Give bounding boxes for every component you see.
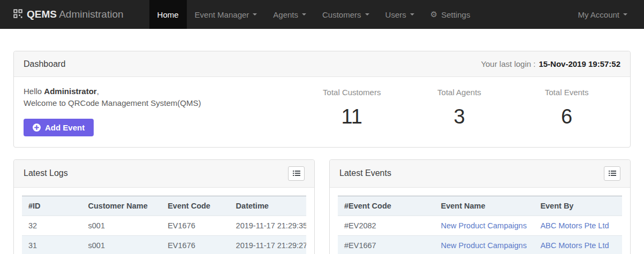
event-code-cell: EV1676 (161, 235, 229, 254)
brand-rest: Administration (57, 9, 124, 20)
plus-circle-icon (33, 124, 41, 132)
chevron-down-icon (623, 13, 627, 18)
nav-item-users[interactable]: Users (377, 0, 422, 29)
greeting-block: Hello Administrator, Welcome to QRCode M… (24, 86, 298, 136)
customer-name-cell: s001 (82, 215, 162, 235)
column-header-event-code: #Event Code (338, 196, 435, 215)
stat-total-customers: Total Customers 11 (298, 86, 406, 136)
event-by-link[interactable]: ABC Motors Pte Ltd (540, 221, 609, 230)
brand[interactable]: QEMS Administration (0, 0, 124, 29)
my-account-menu[interactable]: My Account (570, 0, 635, 29)
table-row: #EV1667 New Product Campaigns ABC Motors… (338, 235, 622, 254)
brand-bold: QEMS (27, 9, 57, 20)
latest-events-title: Latest Events (339, 168, 391, 178)
table-header-row: #ID Customer Name Event Code Datetime (22, 196, 306, 215)
stat-label: Total Agents (406, 88, 513, 97)
brand-name: QEMS Administration (27, 9, 124, 20)
chevron-down-icon (410, 13, 414, 18)
column-header-event-by: Event By (534, 196, 622, 215)
latest-logs-table: #ID Customer Name Event Code Datetime 32… (22, 196, 306, 254)
greeting-line: Hello Administrator, (24, 86, 298, 97)
greeting-suffix: , (97, 87, 99, 96)
nav-item-label: Home (157, 10, 179, 19)
latest-events-heading: Latest Events (330, 160, 630, 188)
last-login: Your last login : 15-Nov-2019 19:57:52 (481, 59, 620, 68)
table-header-row: #Event Code Event Name Event By (338, 196, 622, 215)
stats-row: Total Customers 11 Total Agents 3 Total … (298, 86, 620, 136)
dashboard-panel: Dashboard Your last login : 15-Nov-2019 … (13, 51, 631, 148)
table-row: 31 s001 EV1676 2019-11-17 21:29:27 (22, 235, 306, 254)
greeting-username: Administrator (44, 87, 96, 96)
nav-item-label: Event Manager (195, 10, 249, 19)
add-event-button[interactable]: Add Event (24, 119, 94, 136)
latest-logs-heading: Latest Logs (14, 160, 314, 188)
stat-value: 3 (406, 105, 513, 128)
page-title: Dashboard (24, 59, 65, 69)
list-icon (609, 170, 616, 176)
latest-logs-panel: Latest Logs #ID (13, 159, 315, 254)
chevron-down-icon (365, 13, 369, 18)
event-code-cell: #EV2082 (338, 215, 435, 235)
nav-item-event-manager[interactable]: Event Manager (187, 0, 266, 29)
column-header-customer-name: Customer Name (82, 196, 162, 215)
column-header-event-code: Event Code (161, 196, 229, 215)
stat-value: 11 (298, 105, 406, 128)
event-by-cell: ABC Motors Pte Ltd (534, 235, 622, 254)
nav-item-label: Agents (273, 10, 298, 19)
stat-value: 6 (513, 105, 620, 128)
customer-name-cell: s001 (82, 235, 162, 254)
list-icon (293, 170, 300, 176)
stat-total-agents: Total Agents 3 (406, 86, 513, 136)
table-row: 32 s001 EV1676 2019-11-17 21:29:35 (22, 215, 306, 235)
last-login-value: 15-Nov-2019 19:57:52 (539, 59, 620, 68)
last-login-label: Your last login : (481, 59, 535, 68)
column-header-datetime: Datetime (230, 196, 306, 215)
datetime-cell: 2019-11-17 21:29:35 (230, 215, 306, 235)
chevron-down-icon (302, 13, 306, 18)
nav-item-home[interactable]: Home (149, 0, 187, 29)
event-name-link[interactable]: New Product Campaigns (441, 241, 527, 250)
event-name-cell: New Product Campaigns (435, 235, 534, 254)
stat-total-events: Total Events 6 (513, 86, 620, 136)
log-id-cell: 31 (22, 235, 82, 254)
latest-logs-title: Latest Logs (24, 168, 68, 178)
add-event-label: Add Event (45, 123, 85, 132)
log-id-cell: 32 (22, 215, 82, 235)
nav-item-agents[interactable]: Agents (265, 0, 314, 29)
nav-item-label: Settings (441, 10, 470, 19)
logs-list-button[interactable] (288, 166, 305, 181)
event-code-cell: EV1676 (161, 215, 229, 235)
nav-item-label: Customers (322, 10, 361, 19)
latest-events-panel: Latest Events #Ev (329, 159, 631, 254)
event-name-cell: New Product Campaigns (435, 215, 534, 235)
nav-item-label: Users (385, 10, 406, 19)
chevron-down-icon (253, 13, 257, 18)
stat-label: Total Customers (298, 88, 406, 97)
welcome-line: Welcome to QRCode Management System(QMS) (24, 97, 298, 109)
top-navbar: QEMS Administration Home Event Manager A… (0, 0, 644, 29)
stat-label: Total Events (513, 88, 620, 97)
event-name-link[interactable]: New Product Campaigns (441, 221, 527, 230)
latest-events-table: #Event Code Event Name Event By #EV2082 … (338, 196, 622, 254)
nav-menu: Home Event Manager Agents Customers User… (149, 0, 479, 29)
greeting-prefix: Hello (24, 87, 42, 96)
events-list-button[interactable] (604, 166, 620, 181)
event-by-link[interactable]: ABC Motors Pte Ltd (540, 241, 609, 250)
column-header-event-name: Event Name (435, 196, 534, 215)
datetime-cell: 2019-11-17 21:29:27 (230, 235, 306, 254)
my-account-label: My Account (578, 10, 619, 19)
table-row: #EV2082 New Product Campaigns ABC Motors… (338, 215, 622, 235)
gear-icon: ⚙ (430, 11, 437, 19)
column-header-id: #ID (22, 196, 82, 215)
dashboard-panel-heading: Dashboard Your last login : 15-Nov-2019 … (14, 51, 630, 77)
event-by-cell: ABC Motors Pte Ltd (534, 215, 622, 235)
qr-code-icon (13, 9, 22, 20)
nav-item-customers[interactable]: Customers (314, 0, 377, 29)
event-code-cell: #EV1667 (338, 235, 435, 254)
nav-item-settings[interactable]: ⚙ Settings (422, 0, 479, 29)
